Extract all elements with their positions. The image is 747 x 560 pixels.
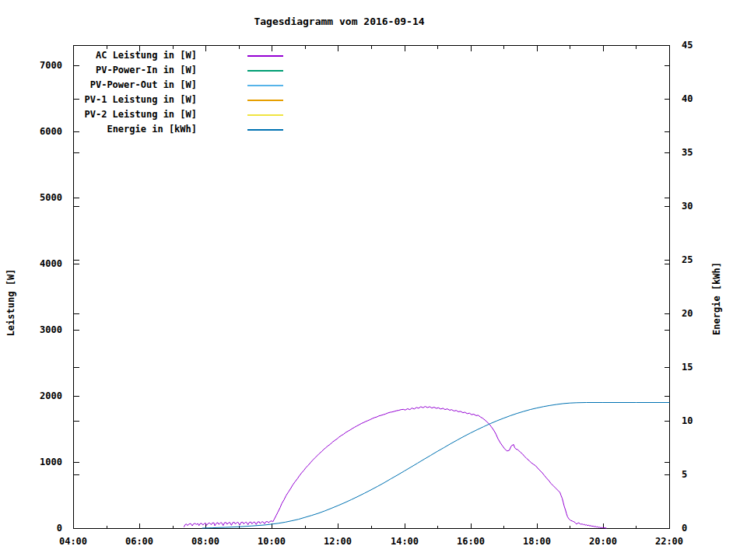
svg-text:20:00: 20:00: [589, 536, 617, 547]
svg-text:16:00: 16:00: [457, 536, 485, 547]
legend: AC Leistung in [W] PV-Power-In in [W] PV…: [72, 48, 290, 137]
legend-line-swatch: [247, 85, 283, 86]
legend-line-swatch: [247, 129, 283, 131]
svg-text:5: 5: [682, 469, 687, 480]
legend-item: Energie in [kWh]: [72, 122, 290, 137]
svg-text:45: 45: [682, 40, 693, 51]
legend-item: PV-1 Leistung in [W]: [72, 93, 290, 107]
svg-text:04:00: 04:00: [59, 536, 87, 547]
svg-text:3000: 3000: [40, 324, 62, 335]
svg-text:08:00: 08:00: [191, 536, 219, 547]
legend-label: AC Leistung in [W]: [72, 48, 197, 63]
svg-text:7000: 7000: [40, 60, 62, 71]
svg-text:25: 25: [682, 254, 693, 265]
svg-text:4000: 4000: [40, 258, 62, 269]
legend-label: PV-1 Leistung in [W]: [72, 93, 197, 107]
legend-line-swatch: [247, 114, 283, 116]
legend-item: PV-2 Leistung in [W]: [72, 107, 290, 122]
svg-text:14:00: 14:00: [391, 536, 419, 547]
legend-line-swatch: [247, 70, 283, 72]
legend-label: Energie in [kWh]: [72, 122, 197, 137]
svg-text:15: 15: [682, 362, 693, 373]
legend-item: PV-Power-Out in [W]: [72, 78, 290, 93]
svg-text:5000: 5000: [40, 192, 62, 203]
svg-text:40: 40: [682, 93, 693, 104]
svg-text:2000: 2000: [40, 390, 62, 401]
svg-text:35: 35: [682, 147, 693, 158]
svg-text:6000: 6000: [40, 126, 62, 137]
svg-text:10: 10: [682, 415, 693, 426]
svg-text:20: 20: [682, 308, 693, 319]
svg-text:30: 30: [682, 201, 693, 212]
svg-text:18:00: 18:00: [523, 536, 551, 547]
chart-page: Tagesdiagramm vom 2016-09-14 Leistung [W…: [0, 0, 747, 560]
legend-line-swatch: [247, 100, 283, 101]
svg-text:0: 0: [57, 523, 62, 534]
legend-item: AC Leistung in [W]: [72, 48, 290, 63]
svg-text:06:00: 06:00: [125, 536, 153, 547]
svg-text:0: 0: [682, 523, 687, 534]
svg-text:22:00: 22:00: [655, 536, 683, 547]
legend-line-swatch: [247, 55, 283, 57]
legend-label: PV-2 Leistung in [W]: [72, 107, 197, 122]
legend-label: PV-Power-In in [W]: [72, 63, 197, 78]
svg-text:1000: 1000: [40, 457, 62, 467]
svg-text:10:00: 10:00: [258, 536, 286, 547]
legend-label: PV-Power-Out in [W]: [72, 78, 197, 93]
legend-item: PV-Power-In in [W]: [72, 63, 290, 78]
svg-text:12:00: 12:00: [324, 536, 352, 547]
